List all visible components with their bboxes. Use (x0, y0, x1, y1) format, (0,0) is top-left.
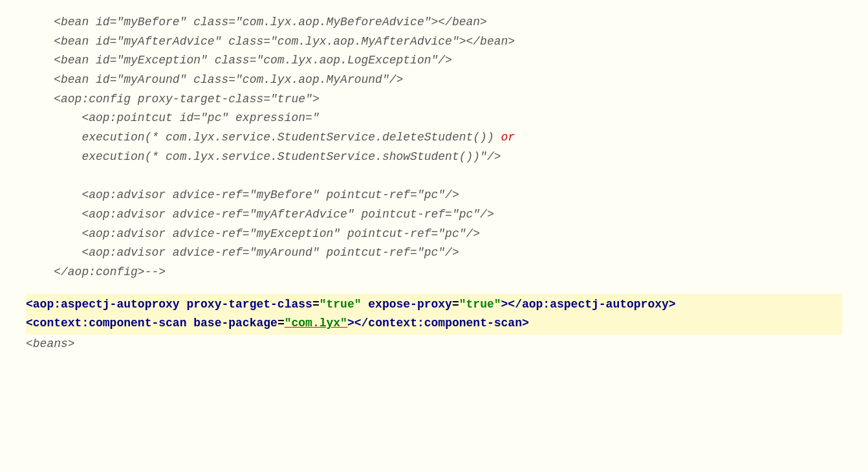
code-line-7: execution(* com.lyx.service.StudentServi… (26, 128, 842, 148)
highlighted-line-1: <aop:aspectj-autoproxy proxy-target-clas… (26, 295, 842, 315)
code-line-12: <aop:advisor advice-ref="myException" po… (26, 225, 842, 244)
code-line-6: <aop:pointcut id="pc" expression=" (26, 109, 842, 128)
code-line-bottom: <beans> (26, 335, 842, 354)
code-line-blank (26, 167, 842, 186)
code-line-4: <bean id="myAround" class="com.lyx.aop.M… (26, 71, 842, 90)
code-line-14: </aop:config>--> (26, 263, 842, 282)
code-line-5: <aop:config proxy-target-class="true"> (26, 90, 842, 109)
highlighted-line-2: <context:component-scan base-package="co… (26, 314, 842, 333)
code-line-11: <aop:advisor advice-ref="myAfterAdvice" … (26, 205, 842, 225)
highlighted-block: <aop:aspectj-autoproxy proxy-target-clas… (26, 294, 842, 335)
code-line-3: <bean id="myException" class="com.lyx.ao… (26, 51, 842, 71)
code-line-2: <bean id="myAfterAdvice" class="com.lyx.… (26, 32, 842, 52)
code-view: <bean id="myBefore" class="com.lyx.aop.M… (0, 0, 868, 472)
code-line-8: execution(* com.lyx.service.StudentServi… (26, 148, 842, 167)
code-line-13: <aop:advisor advice-ref="myAround" point… (26, 243, 842, 263)
code-line-10: <aop:advisor advice-ref="myBefore" point… (26, 186, 842, 205)
code-line-1: <bean id="myBefore" class="com.lyx.aop.M… (26, 13, 842, 32)
